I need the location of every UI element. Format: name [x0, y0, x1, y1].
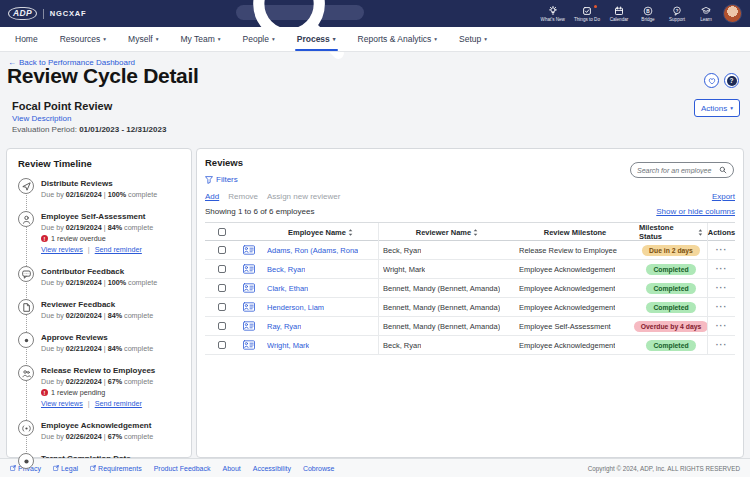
- svg-text:?: ?: [676, 7, 679, 12]
- chevron-down-icon: ▾: [434, 36, 437, 42]
- row-actions-menu[interactable]: ···: [716, 340, 728, 350]
- reviewer-name: Bennett, Mandy (Bennett, Amanda): [383, 303, 500, 312]
- external-link-icon: [53, 465, 59, 471]
- send-icon: [18, 178, 34, 194]
- row-checkbox[interactable]: [218, 322, 226, 330]
- review-timeline-panel: Review Timeline Distribute Reviews Due b…: [6, 148, 192, 458]
- nav-item-resources[interactable]: Resources▾: [49, 27, 117, 51]
- nav-item-people[interactable]: People▾: [232, 27, 286, 51]
- table-body: Adams, Ron (Adams, Rona Beck, Ryan Relea…: [205, 241, 735, 355]
- row-actions-menu[interactable]: ···: [716, 283, 728, 293]
- sort-icon[interactable]: [348, 229, 353, 236]
- row-checkbox[interactable]: [218, 246, 226, 254]
- person-icon: [18, 211, 34, 227]
- row-checkbox[interactable]: [218, 341, 226, 349]
- support-button[interactable]: ? Support: [667, 6, 687, 22]
- about-link[interactable]: About: [222, 465, 240, 472]
- footer-link-label: Product Feedback: [154, 465, 211, 472]
- calendar-label: Calendar: [610, 17, 629, 22]
- add-button[interactable]: Add: [205, 192, 219, 201]
- timeline-item-meta: Due by 02/16/2024 | 100% complete: [41, 190, 157, 199]
- global-search[interactable]: [236, 5, 364, 20]
- accessibility-link[interactable]: Accessibility: [253, 465, 291, 472]
- chevron-down-icon: ▾: [156, 36, 159, 42]
- broadcast-dot-icon: [18, 420, 34, 436]
- view-reviews-link[interactable]: View reviews: [41, 245, 83, 254]
- whats-new-button[interactable]: What's New: [541, 6, 565, 22]
- reviews-toolbar: Add Remove Assign new reviewer Export: [205, 192, 735, 201]
- show-hide-columns-link[interactable]: Show or hide columns: [656, 207, 735, 216]
- lightbulb-icon: [548, 6, 558, 16]
- row-actions-menu[interactable]: ···: [716, 302, 728, 312]
- user-avatar[interactable]: [723, 4, 742, 23]
- nav-item-my-team[interactable]: My Team▾: [169, 27, 231, 51]
- view-description-link[interactable]: View Description: [12, 114, 71, 123]
- timeline-list: Distribute Reviews Due by 02/16/2024 | 1…: [18, 178, 180, 474]
- employee-card-icon[interactable]: [243, 264, 255, 274]
- legal-link[interactable]: Legal: [53, 465, 78, 472]
- nav-item-reports-analytics[interactable]: Reports & Analytics▾: [347, 27, 448, 51]
- nav-item-setup[interactable]: Setup▾: [448, 27, 498, 51]
- row-checkbox[interactable]: [218, 265, 226, 273]
- table-header-row: Employee Name Reviewer Name Review Miles…: [205, 223, 735, 241]
- employee-name-link[interactable]: Wright, Mark: [267, 341, 309, 350]
- favorite-button[interactable]: [704, 73, 719, 88]
- employee-search-input[interactable]: [637, 167, 716, 174]
- employee-name-link[interactable]: Ray, Ryan: [267, 322, 301, 331]
- nav-item-home[interactable]: Home: [4, 27, 49, 51]
- send-reminder-link[interactable]: Send reminder: [95, 399, 142, 408]
- employee-card-icon[interactable]: [243, 321, 255, 331]
- chevron-down-icon: ▾: [484, 36, 487, 42]
- nav-item-process[interactable]: Process▾: [286, 27, 347, 51]
- row-actions-menu[interactable]: ···: [716, 245, 728, 255]
- table-row: Ray, Ryan Bennett, Mandy (Bennett, Amand…: [205, 317, 735, 336]
- bridge-button[interactable]: B Bridge: [638, 6, 658, 22]
- employee-name-link[interactable]: Adams, Ron (Adams, Rona: [267, 246, 358, 255]
- requirements-link[interactable]: Requirements: [90, 465, 142, 472]
- employee-card-cell: [239, 317, 263, 335]
- chat-bubble-icon: [18, 266, 34, 282]
- employee-card-cell: [239, 298, 263, 316]
- employee-name-link[interactable]: Clark, Ethan: [267, 284, 308, 293]
- col-employee-name[interactable]: Employee Name: [288, 228, 346, 237]
- sort-icon[interactable]: [473, 229, 478, 236]
- alert-text: 1 review overdue: [51, 234, 106, 243]
- employee-card-icon[interactable]: [243, 283, 255, 293]
- row-checkbox[interactable]: [218, 303, 226, 311]
- reviewer-name: Bennett, Mandy (Bennett, Amanda): [383, 284, 500, 293]
- calendar-button[interactable]: Calendar: [609, 6, 629, 22]
- employee-card-cell: [239, 279, 263, 297]
- select-all-checkbox[interactable]: [218, 228, 226, 236]
- reviews-table: Employee Name Reviewer Name Review Miles…: [205, 222, 735, 355]
- employee-card-icon[interactable]: [243, 245, 255, 255]
- sort-icon[interactable]: [698, 229, 703, 236]
- view-reviews-link[interactable]: View reviews: [41, 399, 83, 408]
- nav-label: People: [243, 34, 269, 44]
- col-reviewer-name[interactable]: Reviewer Name: [416, 228, 471, 237]
- help-button[interactable]: ?: [724, 73, 739, 88]
- employee-search[interactable]: [630, 162, 734, 178]
- remove-button[interactable]: Remove: [228, 192, 258, 201]
- nav-label: Setup: [459, 34, 481, 44]
- employee-name-link[interactable]: Beck, Ryan: [267, 265, 305, 274]
- export-link[interactable]: Export: [712, 192, 735, 201]
- row-actions-menu[interactable]: ···: [716, 264, 728, 274]
- cobrowse-link[interactable]: Cobrowse: [303, 465, 335, 472]
- assign-new-reviewer-button[interactable]: Assign new reviewer: [267, 192, 340, 201]
- row-checkbox[interactable]: [218, 284, 226, 292]
- status-badge: Completed: [646, 283, 695, 294]
- learn-button[interactable]: Learn: [696, 6, 716, 22]
- employee-name-link[interactable]: Henderson, Liam: [267, 303, 324, 312]
- employee-card-icon[interactable]: [243, 340, 255, 350]
- product-feedback-link[interactable]: Product Feedback: [154, 465, 211, 472]
- employee-card-icon[interactable]: [243, 302, 255, 312]
- row-actions-menu[interactable]: ···: [716, 321, 728, 331]
- nav-item-myself[interactable]: Myself▾: [117, 27, 169, 51]
- employee-card-cell: [239, 241, 263, 259]
- send-reminder-link[interactable]: Send reminder: [95, 245, 142, 254]
- reviewer-name: Wright, Mark: [383, 265, 425, 274]
- nav-label: Myself: [128, 34, 153, 44]
- things-to-do-button[interactable]: Things to Do: [574, 6, 600, 22]
- actions-button[interactable]: Actions ▾: [694, 99, 740, 117]
- col-milestone-status[interactable]: Milestone Status: [639, 223, 696, 241]
